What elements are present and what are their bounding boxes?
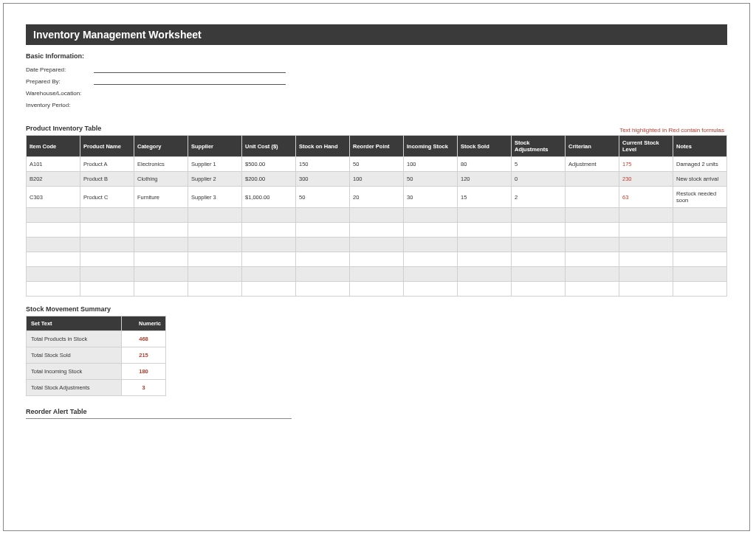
inv-col-header: Reorder Point bbox=[350, 136, 404, 157]
table-cell: Electronics bbox=[134, 157, 188, 172]
table-cell bbox=[296, 208, 350, 223]
table-row bbox=[27, 223, 727, 238]
page-frame: Inventory Management Worksheet Basic Inf… bbox=[3, 3, 750, 531]
summary-col-label: Set Text bbox=[27, 316, 122, 331]
summary-row: Total Incoming Stock180 bbox=[27, 364, 166, 380]
table-cell bbox=[673, 252, 727, 267]
table-cell: Adjustment bbox=[566, 157, 619, 172]
table-cell bbox=[566, 267, 619, 282]
table-cell bbox=[512, 252, 566, 267]
table-cell bbox=[404, 223, 458, 238]
table-cell bbox=[619, 252, 673, 267]
table-row bbox=[27, 208, 727, 223]
table-cell: 100 bbox=[350, 172, 404, 187]
table-cell bbox=[458, 208, 512, 223]
table-cell bbox=[458, 282, 512, 297]
table-cell: 50 bbox=[296, 187, 350, 208]
table-cell bbox=[242, 267, 296, 282]
table-cell bbox=[80, 208, 134, 223]
table-row: C303Product CFurnitureSupplier 3$1,000.0… bbox=[27, 187, 727, 208]
table-cell: C303 bbox=[27, 187, 80, 208]
table-cell bbox=[188, 252, 242, 267]
table-cell bbox=[242, 282, 296, 297]
table-cell: 150 bbox=[296, 157, 350, 172]
table-cell bbox=[134, 208, 188, 223]
table-row bbox=[27, 267, 727, 282]
table-cell: 120 bbox=[458, 172, 512, 187]
summary-row: Total Stock Adjustments3 bbox=[27, 380, 166, 396]
table-cell bbox=[458, 223, 512, 238]
table-cell bbox=[80, 252, 134, 267]
table-cell: Supplier 2 bbox=[188, 172, 242, 187]
summary-label: Total Stock Sold bbox=[27, 347, 122, 364]
table-cell: 300 bbox=[296, 172, 350, 187]
table-cell bbox=[296, 223, 350, 238]
table-cell: B202 bbox=[27, 172, 80, 187]
table-cell bbox=[188, 238, 242, 252]
reorder-underline bbox=[26, 418, 292, 419]
basic-info-label: Prepared By: bbox=[26, 78, 94, 85]
table-cell: Supplier 3 bbox=[188, 187, 242, 208]
basic-info-row: Date Prepared: bbox=[26, 63, 727, 73]
table-cell bbox=[242, 238, 296, 252]
table-cell bbox=[350, 223, 404, 238]
table-cell bbox=[619, 208, 673, 223]
inv-col-header: Supplier bbox=[188, 136, 242, 157]
inv-col-header: Notes bbox=[673, 136, 727, 157]
table-cell bbox=[350, 208, 404, 223]
table-row bbox=[27, 238, 727, 252]
table-cell: 230 bbox=[619, 172, 673, 187]
table-cell: Clothing bbox=[134, 172, 188, 187]
table-cell bbox=[458, 238, 512, 252]
table-cell bbox=[566, 187, 619, 208]
basic-info-input-line[interactable] bbox=[94, 66, 286, 73]
table-cell bbox=[619, 238, 673, 252]
table-cell bbox=[512, 223, 566, 238]
table-cell bbox=[27, 223, 80, 238]
reorder-heading: Reorder Alert Table bbox=[26, 408, 727, 415]
table-cell bbox=[188, 282, 242, 297]
summary-col-value: Numeric bbox=[122, 316, 166, 331]
table-cell: 30 bbox=[404, 187, 458, 208]
table-cell bbox=[673, 267, 727, 282]
formula-note: Text highlighted in Red contain formulas bbox=[619, 127, 724, 134]
table-cell bbox=[27, 238, 80, 252]
table-cell: 100 bbox=[404, 157, 458, 172]
table-cell: Supplier 1 bbox=[188, 157, 242, 172]
table-cell bbox=[566, 172, 619, 187]
table-cell bbox=[80, 282, 134, 297]
table-cell: Damaged 2 units bbox=[673, 157, 727, 172]
product-table-heading: Product Inventory Table bbox=[26, 125, 101, 132]
table-cell bbox=[242, 208, 296, 223]
summary-label: Total Products in Stock bbox=[27, 331, 122, 347]
table-cell: Product A bbox=[80, 157, 134, 172]
table-row: B202Product BClothingSupplier 2$200.0030… bbox=[27, 172, 727, 187]
inv-col-header: Stock on Hand bbox=[296, 136, 350, 157]
table-cell bbox=[242, 252, 296, 267]
table-cell bbox=[566, 238, 619, 252]
summary-label: Total Stock Adjustments bbox=[27, 380, 122, 396]
inv-col-header: Unit Cost ($) bbox=[242, 136, 296, 157]
table-cell: Restock needed soon bbox=[673, 187, 727, 208]
basic-info-label: Inventory Period: bbox=[26, 102, 94, 108]
table-cell bbox=[350, 252, 404, 267]
table-cell bbox=[404, 238, 458, 252]
table-cell bbox=[566, 208, 619, 223]
table-cell bbox=[404, 252, 458, 267]
table-cell bbox=[673, 238, 727, 252]
basic-info-input-line[interactable] bbox=[94, 77, 286, 85]
table-cell: Product C bbox=[80, 187, 134, 208]
table-cell bbox=[404, 208, 458, 223]
table-cell: A101 bbox=[27, 157, 80, 172]
table-cell bbox=[350, 267, 404, 282]
table-cell bbox=[188, 267, 242, 282]
table-cell: 63 bbox=[619, 187, 673, 208]
table-cell bbox=[80, 267, 134, 282]
table-cell bbox=[350, 282, 404, 297]
summary-heading: Stock Movement Summary bbox=[26, 305, 727, 313]
table-cell bbox=[242, 223, 296, 238]
table-cell: $200.00 bbox=[242, 172, 296, 187]
table-row: A101Product AElectronicsSupplier 1$500.0… bbox=[27, 157, 727, 172]
table-cell bbox=[188, 223, 242, 238]
basic-info-label: Date Prepared: bbox=[26, 66, 94, 73]
